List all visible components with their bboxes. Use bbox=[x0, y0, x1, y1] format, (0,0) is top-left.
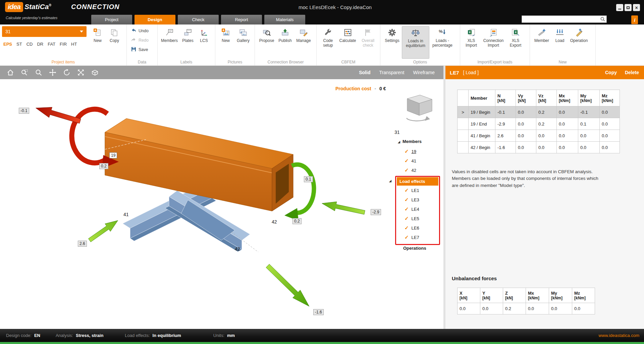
tree-load-effect-le7[interactable]: LE7 bbox=[405, 234, 419, 240]
row-selector[interactable]: > bbox=[458, 106, 469, 118]
website-link[interactable]: www.ideastatica.com bbox=[599, 333, 639, 338]
zoom-window-icon[interactable] bbox=[19, 67, 30, 78]
search-icon[interactable] bbox=[600, 16, 605, 22]
checkbox-checked-icon[interactable] bbox=[405, 215, 409, 222]
filter-st[interactable]: ST bbox=[16, 42, 22, 47]
cell-mz[interactable]: 0.0 bbox=[600, 130, 620, 142]
tree-member-42[interactable]: 42 bbox=[405, 167, 416, 173]
cell-n[interactable]: -1.6 bbox=[495, 142, 516, 153]
tree-member-19[interactable]: 19 bbox=[405, 148, 416, 154]
tree-load-effects-header[interactable]: Load effects bbox=[397, 177, 438, 186]
tree-member-41[interactable]: 41 bbox=[405, 158, 416, 164]
row-selector[interactable] bbox=[458, 142, 469, 153]
view-mode-transparent[interactable]: Transparent bbox=[379, 70, 404, 75]
zoom-fit-icon[interactable] bbox=[75, 67, 87, 78]
rotate-icon[interactable] bbox=[61, 67, 72, 78]
cell-mx[interactable]: 0.0 bbox=[557, 130, 578, 142]
copy-load-effect-button[interactable]: Copy bbox=[605, 70, 617, 75]
checkbox-checked-icon[interactable] bbox=[405, 225, 409, 231]
zoom-icon[interactable] bbox=[33, 67, 44, 78]
row-selector[interactable] bbox=[458, 130, 469, 142]
labels-members-button[interactable]: Members bbox=[160, 26, 179, 59]
cell-vy[interactable]: 0.0 bbox=[516, 106, 536, 118]
new-project-item-button[interactable]: New bbox=[89, 26, 106, 59]
project-item-dropdown[interactable]: 31 bbox=[2, 26, 87, 37]
manage-button[interactable]: Manage bbox=[294, 26, 313, 59]
table-row[interactable]: 41 / Begin 2.6 0.0 0.0 0.0 0.0 0.0 bbox=[458, 130, 620, 142]
info-button[interactable]: i bbox=[631, 15, 638, 24]
close-button[interactable]: × bbox=[633, 4, 640, 11]
tree-load-effect-le3[interactable]: LE3 bbox=[405, 197, 419, 203]
cell-n[interactable]: -0.1 bbox=[495, 106, 516, 118]
cell-vz[interactable]: 0.2 bbox=[536, 118, 557, 130]
tree-members-header[interactable]: Members bbox=[398, 139, 422, 144]
filter-fir[interactable]: FIR bbox=[60, 42, 67, 47]
propose-button[interactable]: Propose bbox=[257, 26, 276, 59]
cell-mz[interactable]: 0.0 bbox=[600, 118, 620, 130]
checkbox-checked-icon[interactable] bbox=[405, 187, 409, 193]
filter-cd[interactable]: CD bbox=[26, 42, 33, 47]
filter-dr[interactable]: DR bbox=[37, 42, 43, 47]
cell-vy[interactable]: 0.0 bbox=[516, 142, 536, 153]
redo-button[interactable]: Redo bbox=[131, 37, 153, 44]
cell-my[interactable]: 0.0 bbox=[578, 130, 600, 142]
minimize-button[interactable] bbox=[616, 4, 623, 11]
filter-eps[interactable]: EPS bbox=[3, 42, 12, 47]
checkbox-checked-icon[interactable] bbox=[405, 234, 409, 240]
tree-operations-header[interactable]: Operations bbox=[403, 246, 426, 251]
cell-my[interactable]: -0.1 bbox=[578, 106, 600, 118]
checkbox-checked-icon[interactable] bbox=[405, 167, 409, 173]
checkbox-checked-icon[interactable] bbox=[405, 148, 409, 154]
tree-load-effect-le5[interactable]: LE5 bbox=[405, 215, 419, 222]
xls-export-button[interactable]: X XLS Export bbox=[506, 26, 525, 59]
tree-load-effect-le1[interactable]: LE1 bbox=[405, 187, 419, 193]
view-mode-wireframe[interactable]: Wireframe bbox=[413, 70, 435, 75]
picture-gallery-button[interactable]: Gallery bbox=[234, 26, 252, 59]
cell-my[interactable]: 0.1 bbox=[578, 118, 600, 130]
cell-vy[interactable]: 0.0 bbox=[516, 118, 536, 130]
cell-member[interactable]: 19 / Begin bbox=[469, 106, 495, 118]
cell-member[interactable]: 19 / End bbox=[469, 118, 495, 130]
xls-import-button[interactable]: X XLS Import bbox=[462, 26, 480, 59]
tab-materials[interactable]: Materials bbox=[264, 15, 305, 24]
tree-root-item[interactable]: 31 bbox=[394, 130, 400, 135]
tab-design[interactable]: Design bbox=[135, 15, 175, 24]
checkbox-checked-icon[interactable] bbox=[405, 197, 409, 203]
save-button[interactable]: Save bbox=[131, 46, 153, 53]
copy-project-item-button[interactable]: Copy bbox=[106, 26, 123, 59]
connection-import-button[interactable]: Connection Import bbox=[480, 26, 506, 59]
undo-button[interactable]: Undo bbox=[131, 28, 153, 34]
labels-plates-button[interactable]: Plates bbox=[179, 26, 197, 59]
section-cube-icon[interactable] bbox=[89, 67, 101, 78]
cell-mz[interactable]: 0.0 bbox=[600, 106, 620, 118]
overall-check-button[interactable]: Overall check bbox=[358, 26, 378, 59]
cell-mx[interactable]: 0.0 bbox=[557, 106, 578, 118]
cell-vz[interactable]: 0.0 bbox=[536, 142, 557, 153]
cell-member[interactable]: 42 / Begin bbox=[469, 142, 495, 153]
code-setup-button[interactable]: Code setup bbox=[319, 26, 337, 59]
tab-check[interactable]: Check bbox=[178, 15, 219, 24]
table-row[interactable]: > 19 / Begin -0.1 0.0 0.2 0.0 -0.1 0.0 bbox=[458, 106, 620, 118]
home-view-icon[interactable] bbox=[5, 67, 16, 78]
cell-vz[interactable]: 0.2 bbox=[536, 106, 557, 118]
cell-mx[interactable]: 0.0 bbox=[557, 118, 578, 130]
pan-icon[interactable] bbox=[47, 67, 58, 78]
cell-n[interactable]: -2.9 bbox=[495, 118, 516, 130]
delete-load-effect-button[interactable]: Delete bbox=[625, 70, 639, 75]
loads-in-equilibrium-toggle[interactable]: Loads in equilibrium bbox=[402, 26, 429, 59]
filter-fat[interactable]: FAT bbox=[48, 42, 55, 47]
new-load-button[interactable]: Load bbox=[551, 26, 568, 59]
new-operation-button[interactable]: Operation bbox=[568, 26, 590, 59]
tab-project[interactable]: Project bbox=[91, 15, 132, 24]
table-row[interactable]: 19 / End -2.9 0.0 0.2 0.0 0.1 0.0 bbox=[458, 118, 620, 130]
new-member-button[interactable]: Member bbox=[532, 26, 551, 59]
cell-my[interactable]: 0.0 bbox=[578, 142, 600, 153]
cell-member[interactable]: 41 / Begin bbox=[469, 130, 495, 142]
maximize-button[interactable] bbox=[625, 4, 632, 11]
cell-mz[interactable]: 0.0 bbox=[600, 142, 620, 153]
table-row[interactable]: 42 / Begin -1.6 0.0 0.0 0.0 0.0 0.0 bbox=[458, 142, 620, 153]
settings-button[interactable]: Settings bbox=[382, 26, 402, 59]
checkbox-checked-icon[interactable] bbox=[405, 158, 409, 164]
calculate-button[interactable]: Calculate bbox=[337, 26, 358, 59]
row-selector[interactable] bbox=[458, 118, 469, 130]
